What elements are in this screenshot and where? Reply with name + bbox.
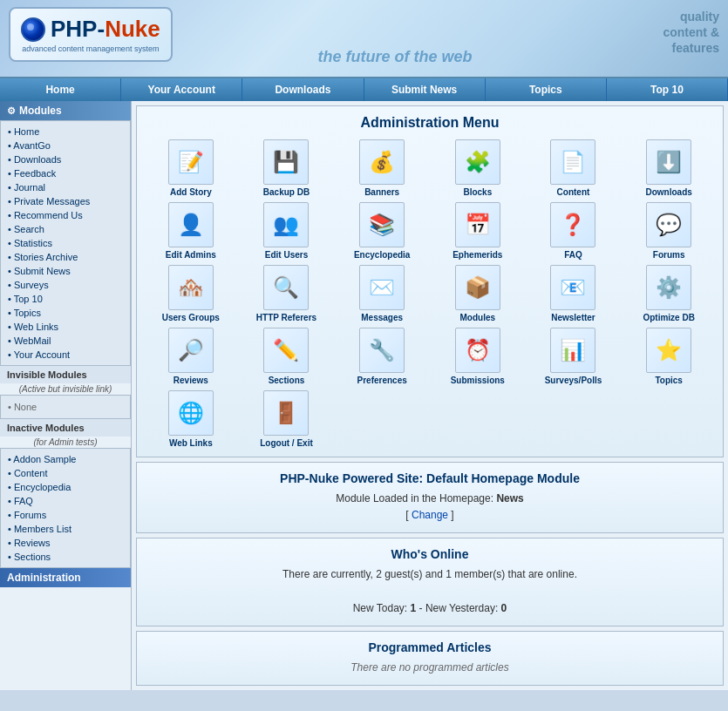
admin-newsletter[interactable]: 📧 Newsletter	[550, 265, 595, 322]
sidebar-item-members-list[interactable]: Members List	[1, 522, 130, 536]
admin-downloads[interactable]: ⬇️ Downloads	[645, 139, 691, 197]
admin-logout[interactable]: 🚪 Logout / Exit	[260, 390, 313, 448]
encyclopedia-icon: 📚	[359, 202, 405, 247]
sidebar-item-private-messages[interactable]: Private Messages	[1, 194, 130, 208]
sidebar-item-home[interactable]: Home	[1, 125, 130, 139]
change-module-link[interactable]: Change	[412, 509, 448, 521]
sidebar-item-webmail[interactable]: WebMail	[1, 334, 130, 348]
header: PHP-Nuke advanced content management sys…	[0, 0, 728, 78]
admin-users-groups[interactable]: 🏘️ Users Groups	[162, 265, 220, 322]
admin-content[interactable]: 📄 Content	[550, 139, 595, 197]
sidebar-item-content[interactable]: Content	[1, 466, 130, 480]
sidebar-item-stories-archive[interactable]: Stories Archive	[1, 250, 130, 264]
admin-reviews[interactable]: 🔎 Reviews	[168, 328, 214, 385]
admin-surveys-polls[interactable]: 📊 Surveys/Polls	[545, 328, 602, 385]
admin-forums[interactable]: 💬 Forums	[646, 202, 691, 260]
admin-modules[interactable]: 📦 Modules	[455, 265, 500, 322]
admin-menu-title: Administration Menu	[146, 115, 714, 131]
sidebar-item-faq[interactable]: FAQ	[1, 494, 130, 508]
logo-text: PHP-Nuke	[51, 16, 160, 43]
nav-submit[interactable]: Submit News	[364, 78, 486, 101]
sidebar-item-journal[interactable]: Journal	[1, 180, 130, 194]
ephemerids-icon: 📅	[455, 202, 500, 247]
submissions-icon: ⏰	[455, 328, 500, 373]
invisible-modules-subtitle: (Active but invisible link)	[0, 383, 131, 395]
admin-edit-users[interactable]: 👥 Edit Users	[263, 202, 309, 260]
content-icon: 📄	[550, 139, 595, 185]
sidebar-item-recommend[interactable]: Recommend Us	[1, 208, 130, 222]
new-today-value: 1	[411, 602, 417, 614]
sidebar-item-your-account[interactable]: Your Account	[1, 348, 130, 362]
reviews-icon: 🔎	[168, 328, 214, 373]
sidebar: Modules Home AvantGo Downloads Feedback …	[0, 101, 131, 690]
forums-icon: 💬	[646, 202, 691, 247]
admin-sections[interactable]: ✏️ Sections	[263, 328, 309, 385]
admin-faq[interactable]: ❓ FAQ	[550, 202, 595, 260]
logo-title: PHP-Nuke	[21, 16, 160, 43]
edit-admins-icon: 👤	[168, 202, 214, 247]
admin-submissions[interactable]: ⏰ Submissions	[451, 328, 505, 385]
programmed-articles-message: There are no programmed articles	[350, 661, 508, 674]
admin-add-story[interactable]: 📝 Add Story	[168, 139, 214, 197]
admin-preferences[interactable]: 🔧 Preferences	[357, 328, 407, 385]
sidebar-item-sections[interactable]: Sections	[1, 550, 130, 564]
banners-icon: 💰	[359, 139, 405, 185]
admin-blocks[interactable]: 🧩 Blocks	[455, 139, 500, 197]
sidebar-item-downloads[interactable]: Downloads	[1, 152, 130, 166]
sidebar-item-encyclopedia[interactable]: Encyclopedia	[1, 480, 130, 494]
logo-container[interactable]: PHP-Nuke advanced content management sys…	[9, 7, 173, 62]
admin-backup-db[interactable]: 💾 Backup DB	[263, 139, 310, 197]
logo-globe-icon	[21, 17, 45, 42]
invisible-none: None	[1, 399, 130, 415]
admin-ephemerids[interactable]: 📅 Ephemerids	[452, 202, 502, 260]
sections-icon: ✏️	[263, 328, 309, 373]
sidebar-item-submit-news[interactable]: Submit News	[1, 264, 130, 278]
main-layout: Modules Home AvantGo Downloads Feedback …	[0, 101, 728, 690]
sidebar-item-weblinks[interactable]: Web Links	[1, 320, 130, 334]
admin-optimize-db[interactable]: ⚙️ Optimize DB	[643, 265, 694, 322]
nav-topics[interactable]: Topics	[486, 78, 607, 101]
admin-menu: Administration Menu 📝 Add Story 💾 Backup…	[136, 105, 724, 457]
admin-web-links[interactable]: 🌐 Web Links	[168, 390, 214, 448]
sidebar-item-topics[interactable]: Topics	[1, 306, 130, 320]
admin-encyclopedia[interactable]: 📚 Encyclopedia	[354, 202, 410, 260]
programmed-articles-content: There are no programmed articles	[146, 660, 714, 676]
sidebar-item-addon-sample[interactable]: Addon Sample	[1, 452, 130, 466]
admin-icons-grid: 📝 Add Story 💾 Backup DB 💰 Banners 🧩 Bloc…	[146, 139, 714, 448]
admin-http-referers[interactable]: 🔍 HTTP Referers	[256, 265, 316, 322]
nav-account[interactable]: Your Account	[121, 78, 242, 101]
faq-icon: ❓	[550, 202, 595, 247]
sidebar-item-feedback[interactable]: Feedback	[1, 166, 130, 180]
newsletter-icon: 📧	[550, 265, 595, 310]
admin-messages[interactable]: ✉️ Messages	[359, 265, 405, 322]
sidebar-item-avantgo[interactable]: AvantGo	[1, 139, 130, 152]
admin-edit-admins[interactable]: 👤 Edit Admins	[166, 202, 216, 260]
sidebar-item-search[interactable]: Search	[1, 222, 130, 236]
sidebar-item-reviews[interactable]: Reviews	[1, 536, 130, 550]
sidebar-item-surveys[interactable]: Surveys	[1, 278, 130, 292]
new-today-label: New Today:	[353, 602, 407, 614]
admin-topics[interactable]: ⭐ Topics	[646, 328, 691, 385]
new-yesterday-value: 0	[501, 602, 507, 614]
sidebar-item-top10[interactable]: Top 10	[1, 292, 130, 306]
preferences-icon: 🔧	[359, 328, 405, 373]
users-groups-icon: 🏘️	[168, 265, 214, 310]
sidebar-item-statistics[interactable]: Statistics	[1, 236, 130, 250]
sidebar-item-forums[interactable]: Forums	[1, 508, 130, 522]
add-story-icon: 📝	[168, 139, 214, 185]
modules-icon: 📦	[455, 265, 500, 310]
admin-banners[interactable]: 💰 Banners	[359, 139, 405, 197]
downloads-icon: ⬇️	[646, 139, 691, 185]
backup-db-icon: 💾	[263, 139, 309, 185]
whos-online-message: There are currently, 2 guest(s) and 1 me…	[282, 568, 577, 580]
header-tagline: the future of the web	[317, 48, 472, 66]
content-area: Administration Menu 📝 Add Story 💾 Backup…	[131, 101, 728, 690]
navbar: Home Your Account Downloads Submit News …	[0, 78, 728, 101]
nav-top10[interactable]: Top 10	[607, 78, 728, 101]
nav-home[interactable]: Home	[0, 78, 121, 101]
inactive-modules-list: Addon Sample Content Encyclopedia FAQ Fo…	[0, 448, 131, 568]
nav-downloads[interactable]: Downloads	[242, 78, 364, 101]
logo-subtitle: advanced content management system	[22, 44, 159, 53]
inactive-modules-subtitle: (for Admin tests)	[0, 437, 131, 448]
whos-online-title: Who's Online	[146, 547, 714, 561]
